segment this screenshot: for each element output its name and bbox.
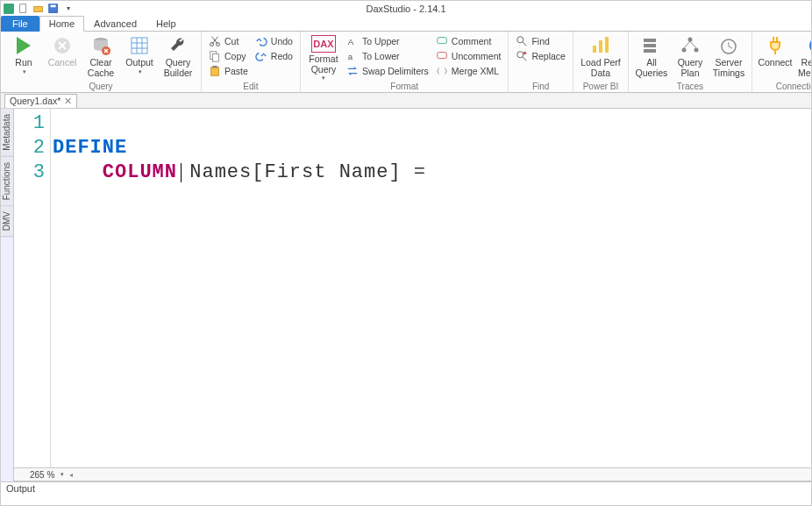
sidetab-functions[interactable]: Functions <box>1 157 13 206</box>
keyword-define: DEFINE <box>53 137 127 159</box>
merge-xml-button[interactable]: Merge XML <box>434 64 503 78</box>
svg-rect-27 <box>644 49 656 53</box>
swap-icon <box>346 65 359 77</box>
to-upper-button[interactable]: A To Upper <box>345 34 431 48</box>
sidetab-dmv[interactable]: DMV <box>1 206 13 237</box>
qat-save-icon[interactable] <box>47 3 60 15</box>
query-plan-button[interactable]: Query Plan <box>673 33 708 78</box>
group-edit: Cut Copy Paste Undo Redo <box>202 32 301 92</box>
find-button[interactable]: Find <box>514 34 567 48</box>
redo-button[interactable]: Redo <box>253 49 295 63</box>
svg-rect-2 <box>34 6 43 11</box>
copy-button[interactable]: Copy <box>207 49 250 63</box>
lower-icon: a <box>346 50 359 62</box>
svg-rect-26 <box>644 44 656 47</box>
svg-point-30 <box>694 48 698 53</box>
group-edit-label: Edit <box>207 82 295 92</box>
run-button[interactable]: Run▾ <box>6 33 41 75</box>
uncomment-icon <box>436 50 448 62</box>
play-icon <box>13 35 34 56</box>
group-powerbi: Load Perf Data Power BI <box>573 32 629 92</box>
zoom-value: 265 % <box>30 470 54 480</box>
svg-rect-17 <box>438 38 447 44</box>
perf-icon <box>590 35 611 56</box>
replace-button[interactable]: Replace <box>514 49 567 63</box>
svg-text:a: a <box>348 52 353 61</box>
queries-icon <box>641 35 662 56</box>
svg-rect-1 <box>20 4 26 12</box>
upper-icon: A <box>346 35 359 47</box>
svg-point-28 <box>687 38 692 42</box>
wrench-icon <box>167 35 189 56</box>
find-icon <box>516 35 528 47</box>
group-query: Run▾ Cancel Clear Cache Output▾ Query Bu… <box>1 32 202 92</box>
paste-icon <box>209 65 221 77</box>
svg-rect-8 <box>132 38 147 53</box>
app-icon <box>3 3 15 15</box>
line-number: 1 <box>14 111 45 136</box>
qat-open-icon[interactable] <box>32 3 45 15</box>
qat-dropdown-icon[interactable]: ▾ <box>62 3 75 15</box>
group-connection: Connect Refresh Metadata Connection <box>752 32 812 92</box>
replace-icon <box>516 50 528 62</box>
close-icon[interactable]: ✕ <box>64 96 72 107</box>
tab-file[interactable]: File <box>1 16 39 32</box>
text-cursor <box>181 163 182 182</box>
output-panel-header[interactable]: Output <box>1 481 811 495</box>
svg-rect-12 <box>212 53 218 61</box>
group-traces-label: Traces <box>634 82 746 92</box>
group-powerbi-label: Power BI <box>579 82 623 92</box>
cancel-button: Cancel <box>45 33 80 68</box>
format-query-button[interactable]: DAX Format Query▾ <box>306 33 341 82</box>
zoom-scroll-icon[interactable]: ◂ <box>69 471 73 479</box>
query-builder-button[interactable]: Query Builder <box>160 33 196 78</box>
load-perf-data-button[interactable]: Load Perf Data <box>579 33 623 78</box>
group-traces: All Queries Query Plan Server Timings Tr… <box>629 32 752 92</box>
tab-help[interactable]: Help <box>146 16 186 32</box>
editor: 1 2 3 DEFINE COLUMN Names[First Name] = … <box>14 109 811 481</box>
line-number: 2 <box>14 136 45 160</box>
group-find-label: Find <box>514 82 567 92</box>
doc-tab-label: Query1.dax* <box>10 96 61 106</box>
cut-button[interactable]: Cut <box>207 34 250 48</box>
svg-rect-0 <box>4 4 14 13</box>
to-lower-button[interactable]: a To Lower <box>345 49 431 63</box>
side-panel: Metadata Functions DMV <box>1 109 14 481</box>
cancel-icon <box>52 35 73 56</box>
paste-button[interactable]: Paste <box>207 64 250 78</box>
copy-icon <box>209 50 221 62</box>
sidetab-metadata[interactable]: Metadata <box>1 109 13 157</box>
comment-icon <box>436 35 448 47</box>
xml-icon <box>436 65 448 77</box>
code-text: Names[First Name] = <box>177 161 426 183</box>
clear-cache-button[interactable]: Clear Cache <box>83 33 118 78</box>
server-timings-button[interactable]: Server Timings <box>711 33 746 78</box>
connect-button[interactable]: Connect <box>758 33 793 68</box>
all-queries-button[interactable]: All Queries <box>634 33 669 78</box>
qat-new-icon[interactable] <box>18 3 30 15</box>
group-format: DAX Format Query▾ A To Upper a To Lower … <box>301 32 509 92</box>
undo-button[interactable]: Undo <box>253 34 295 48</box>
plug-icon <box>765 35 786 56</box>
doc-tab-query1[interactable]: Query1.dax* ✕ <box>4 94 77 108</box>
keyword-column: COLUMN <box>103 161 177 183</box>
output-button[interactable]: Output▾ <box>122 33 157 75</box>
tab-advanced[interactable]: Advanced <box>84 16 146 32</box>
plan-icon <box>680 35 701 56</box>
code-content[interactable]: DEFINE COLUMN Names[First Name] = <box>51 109 811 467</box>
swap-delimiters-button[interactable]: Swap Delimiters <box>345 64 431 78</box>
svg-rect-14 <box>212 66 217 68</box>
comment-button[interactable]: Comment <box>434 34 503 48</box>
line-gutter: 1 2 3 <box>14 109 51 467</box>
ribbon: Run▾ Cancel Clear Cache Output▾ Query Bu… <box>1 32 811 93</box>
uncomment-button[interactable]: Uncomment <box>434 49 503 63</box>
document-tabs: Query1.dax* ✕ <box>1 93 811 109</box>
group-find: Find Replace Find <box>509 32 573 92</box>
code-area[interactable]: 1 2 3 DEFINE COLUMN Names[First Name] = <box>14 109 811 468</box>
cut-icon <box>209 35 221 47</box>
tab-home[interactable]: Home <box>39 16 84 32</box>
quick-access-toolbar: ▾ <box>3 3 75 15</box>
zoom-dropdown-icon[interactable]: ▾ <box>61 471 64 478</box>
refresh-metadata-button[interactable]: Refresh Metadata <box>796 33 812 78</box>
output-label: Output <box>6 483 35 494</box>
